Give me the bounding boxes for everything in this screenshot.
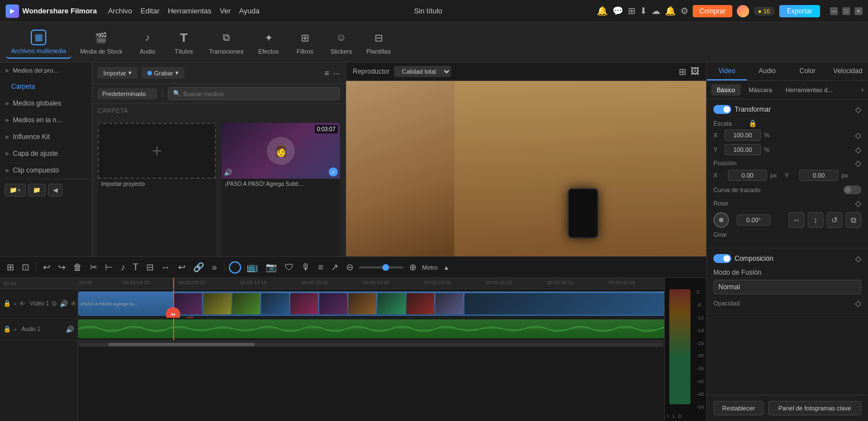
audio-track-volume-icon[interactable]: 🔊 — [66, 326, 74, 333]
tool-plantillas[interactable]: ⊟ Plantillas — [361, 27, 396, 58]
sub-tab-basico[interactable]: Básico — [711, 84, 741, 95]
menu-editar[interactable]: Editar — [141, 7, 160, 15]
scene-button[interactable]: ⊞ — [4, 260, 16, 275]
image-icon[interactable]: 🖼 — [690, 66, 699, 77]
zoom-slider[interactable] — [359, 266, 404, 269]
zoom-in-tl-button[interactable]: ⊕ — [407, 260, 419, 275]
tool-stickers[interactable]: ☺ Stickers — [324, 27, 358, 58]
tool-efectos[interactable]: ✦ Efectos — [252, 27, 285, 58]
x-diamond-icon[interactable]: ◇ — [855, 131, 861, 140]
folder-button[interactable]: 📁 — [28, 184, 46, 197]
pos-y-input[interactable] — [799, 170, 838, 181]
tab-audio[interactable]: Audio — [747, 63, 787, 80]
more-tl-button[interactable]: » — [210, 260, 219, 275]
tool-audio[interactable]: ♪ Audio — [131, 27, 164, 58]
redo-button[interactable]: ↪ — [56, 260, 68, 275]
motion-button[interactable]: ↔ — [159, 260, 172, 275]
track-volume-icon[interactable]: 🔊 — [60, 300, 68, 308]
shield-button[interactable]: 🛡 — [282, 260, 296, 275]
x-scale-input[interactable] — [725, 130, 761, 141]
sidebar-item-medios-proyecto[interactable]: ▶ Medios del pro... — [0, 63, 92, 78]
import-button[interactable]: Importar ▾ — [98, 67, 137, 79]
video-track-add-icon[interactable]: + — [13, 300, 17, 307]
sidebar-item-influence-kit[interactable]: ▶ Influence Kit — [0, 128, 92, 145]
flip-h-button[interactable]: ↔ — [789, 212, 804, 228]
split-button[interactable]: ⊢ — [103, 260, 115, 275]
sub-tab-herramientas[interactable]: Herramientas d... — [780, 84, 838, 95]
track-eye2-icon[interactable]: 👁 — [70, 300, 77, 308]
opacidad-diamond-icon[interactable]: ◇ — [855, 299, 861, 308]
restablecer-button[interactable]: Restablecer — [713, 401, 764, 415]
menu-herramientas[interactable]: Herramientas — [168, 7, 212, 15]
track-settings-icon[interactable]: ⚙ — [51, 300, 57, 308]
tool-titulos[interactable]: T Títulos — [167, 27, 200, 58]
cloud-icon[interactable]: ☁ — [651, 6, 660, 16]
snap-button[interactable]: ⊡ — [20, 260, 31, 275]
filter-icon[interactable]: ≡ — [324, 69, 329, 78]
transformar-toggle[interactable] — [713, 105, 731, 114]
sidebar-item-medios-nube[interactable]: ▶ Medios en la n... — [0, 112, 92, 128]
more-arrow-icon[interactable]: › — [861, 86, 864, 94]
text-button[interactable]: T — [131, 260, 141, 275]
exportar-button[interactable]: Exportar — [779, 5, 820, 17]
mic-button[interactable]: 🎙 — [299, 260, 313, 275]
rotate-knob[interactable] — [713, 212, 729, 228]
menu-ver[interactable]: Ver — [220, 7, 231, 15]
more-icon[interactable]: ··· — [333, 69, 340, 78]
zoom-out-tl-button[interactable]: ⊖ — [344, 260, 356, 275]
y-scale-input[interactable] — [725, 144, 761, 155]
split-handle[interactable]: ✂ — [166, 307, 180, 318]
rotar-diamond-icon[interactable]: ◇ — [855, 199, 861, 208]
bell-icon[interactable]: 🔔 — [665, 6, 676, 16]
audio-track-lock-icon[interactable]: 🔒 — [3, 326, 11, 333]
menu-archivo[interactable]: Archivo — [108, 7, 132, 15]
notification-icon[interactable]: 🔔 — [597, 6, 608, 16]
scroll-thumb[interactable] — [108, 343, 255, 346]
webcam-button[interactable]: 📷 — [263, 260, 279, 275]
tab-velocidad[interactable]: Velocidad — [828, 63, 868, 80]
tool-transiciones[interactable]: ⧉ Transiciones — [203, 27, 249, 58]
quality-select[interactable]: Calidad total — [394, 66, 451, 77]
undo-button[interactable]: ↩ — [41, 260, 52, 275]
audio-clip[interactable] — [78, 319, 664, 338]
sidebar-item-medios-globales[interactable]: ▶ Medios globales — [0, 95, 92, 112]
maximize-button[interactable]: □ — [842, 7, 850, 15]
close-button[interactable]: ✕ — [855, 7, 862, 15]
timeline-scrollbar[interactable] — [78, 341, 664, 347]
record-tl-button[interactable] — [229, 261, 241, 274]
grid-view-icon[interactable]: ⊞ — [679, 66, 686, 77]
new-folder-button[interactable]: 📁+ — [4, 184, 26, 197]
export-tl-button[interactable]: ↗ — [329, 260, 341, 275]
sidebar-item-capa-ajuste[interactable]: ▶ Capa de ajuste — [0, 145, 92, 162]
sub-tab-mascara[interactable]: Máscara — [743, 84, 778, 95]
flip-copy-button[interactable]: ⧉ — [846, 212, 861, 228]
cut-button[interactable]: ✂ — [88, 260, 99, 275]
video-track-eye-icon[interactable]: 👁 — [19, 300, 25, 307]
link-button[interactable]: 🔗 — [191, 260, 207, 275]
audio-track-add-icon[interactable]: + — [13, 326, 17, 333]
search-input[interactable] — [183, 90, 335, 97]
pos-x-input[interactable] — [728, 170, 767, 181]
settings-icon[interactable]: ⚙ — [680, 6, 688, 16]
reverse-button[interactable]: ↩ — [176, 260, 188, 275]
preset-select[interactable]: Predeterminado — [98, 88, 157, 99]
grid-icon[interactable]: ⊞ — [628, 6, 635, 16]
posicion-diamond-icon[interactable]: ◇ — [855, 159, 861, 168]
sidebar-item-carpeta[interactable]: Carpeta — [0, 78, 92, 95]
feedback-icon[interactable]: 💬 — [612, 6, 624, 16]
tab-color[interactable]: Color — [788, 63, 828, 80]
flip-v-button[interactable]: ↕ — [808, 212, 823, 228]
grabar-button[interactable]: Grabar ▾ — [142, 67, 184, 79]
rotate-input[interactable] — [737, 214, 770, 226]
collapse-button[interactable]: ◀ — [48, 184, 63, 197]
blend-mode-select[interactable]: Normal — [713, 280, 861, 294]
subtitle-button[interactable]: ≡ — [316, 260, 325, 275]
minimize-button[interactable]: — — [830, 7, 838, 15]
y-diamond-icon[interactable]: ◇ — [855, 145, 861, 154]
composicion-toggle[interactable] — [713, 254, 731, 263]
panel-fotogramas-button[interactable]: Panel de fotogramas clave — [768, 401, 861, 415]
sidebar-item-clip-compuesto[interactable]: ▶ Clip compuesto — [0, 162, 92, 179]
comprar-button[interactable]: Comprar — [693, 5, 732, 17]
screen-record-button[interactable]: 📺 — [244, 260, 260, 275]
music-button[interactable]: ♪ — [118, 260, 127, 275]
